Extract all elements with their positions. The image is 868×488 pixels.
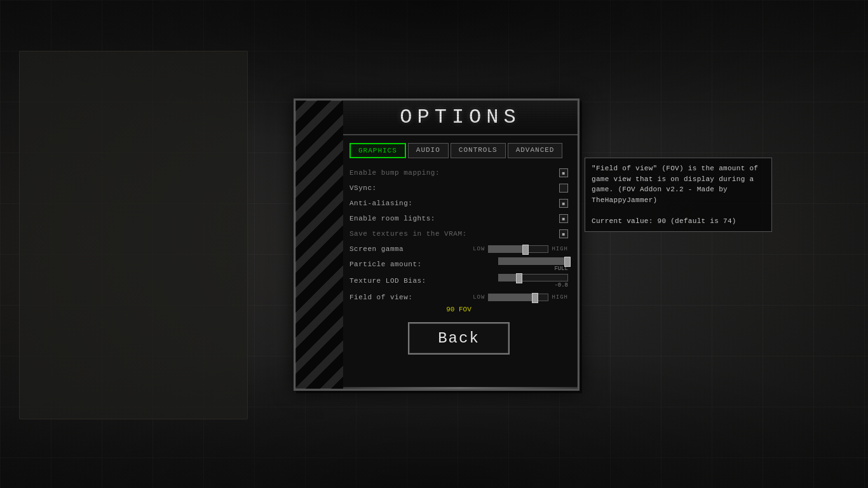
texture-lod-slider[interactable] [498,274,568,281]
screen-gamma-label: Screen gamma [349,245,473,253]
fov-low-label: LOW [473,294,485,301]
bump-mapping-row: Enable bump mapping: [349,166,568,180]
back-button[interactable]: Back [408,322,510,355]
room-lights-checkbox[interactable] [559,214,568,223]
screen-gamma-slider-container: LOW HIGH [473,245,568,253]
tab-controls[interactable]: CONTROLS [451,143,506,158]
options-dialog: OPTIONS GRAPHICS AUDIO CONTROLS ADVANCED… [294,98,580,391]
fov-slider-container: LOW HIGH [473,294,568,301]
save-textures-label: Save textures in the VRAM: [349,230,559,238]
room-lights-label: Enable room lights: [349,215,559,222]
particle-amount-fill [499,258,567,264]
particle-amount-label: Particle amount: [349,261,498,268]
bump-mapping-checkbox[interactable] [559,168,568,177]
dialog-title: OPTIONS [400,105,520,129]
fov-group: Field of view: LOW HIGH 90 FOV [349,290,568,313]
particle-amount-thumb [564,257,571,267]
dialog-title-bar: OPTIONS [343,100,578,135]
save-textures-row: Save textures in the VRAM: [349,227,568,241]
fov-thumb [532,293,538,303]
fov-value-display: 90 FOV [349,306,568,313]
fov-high-label: HIGH [552,294,568,301]
anti-aliasing-row: Anti-aliasing: [349,196,568,210]
screen-gamma-fill [489,246,526,252]
anti-aliasing-checkbox[interactable] [559,199,568,208]
particle-amount-row: Particle amount: FULL [349,257,568,271]
particle-amount-group: Particle amount: FULL [349,257,568,271]
screen-gamma-thumb [522,245,529,255]
texture-lod-row: Texture LOD Bias: -0.8 [349,274,568,288]
vsync-checkbox[interactable] [559,184,568,193]
screen-gamma-high-label: HIGH [552,246,568,252]
fov-slider[interactable] [488,294,548,301]
tab-audio[interactable]: AUDIO [408,143,449,158]
tab-graphics[interactable]: GRAPHICS [349,143,406,158]
fov-fill [489,294,535,301]
tooltip-line2: game view that is on display during a [592,175,754,183]
particle-amount-slider[interactable] [498,257,568,265]
tab-advanced[interactable]: ADVANCED [508,143,563,158]
save-textures-checkbox[interactable] [559,229,568,238]
texture-lod-thumb [516,273,522,283]
texture-lod-group: Texture LOD Bias: -0.8 [349,274,568,288]
screen-gamma-low-label: LOW [473,246,485,252]
vsync-label: VSync: [349,184,559,192]
texture-lod-label: Texture LOD Bias: [349,277,498,285]
tooltip-box: "Field of view" (FOV) is the amount of g… [585,158,772,232]
screen-gamma-slider[interactable] [488,245,548,253]
left-wall-panel [19,51,248,419]
tooltip-line6: Current value: 90 (default is 74) [592,217,736,225]
settings-area: Enable bump mapping: VSync: Anti-aliasin… [349,166,568,313]
dialog-content: GRAPHICS AUDIO CONTROLS ADVANCED Enable … [343,135,578,389]
vsync-row: VSync: [349,181,568,195]
tooltip-line1: "Field of view" (FOV) is the amount of [592,165,758,172]
bump-mapping-label: Enable bump mapping: [349,169,559,177]
room-lights-row: Enable room lights: [349,212,568,226]
tabs-row: GRAPHICS AUDIO CONTROLS ADVANCED [349,143,568,158]
tooltip-line4: TheHappyJammer) [592,196,658,204]
screen-gamma-row: Screen gamma LOW HIGH [349,242,568,256]
fov-row: Field of view: LOW HIGH [349,290,568,304]
anti-aliasing-label: Anti-aliasing: [349,200,559,207]
texture-lod-value: -0.8 [554,282,568,288]
tooltip-line3: game. (FOV Addon v2.2 - Made by [592,186,728,193]
fov-label: Field of view: [349,294,473,301]
dialog-stripe [295,100,343,389]
dialog-bottom-border [343,387,578,389]
